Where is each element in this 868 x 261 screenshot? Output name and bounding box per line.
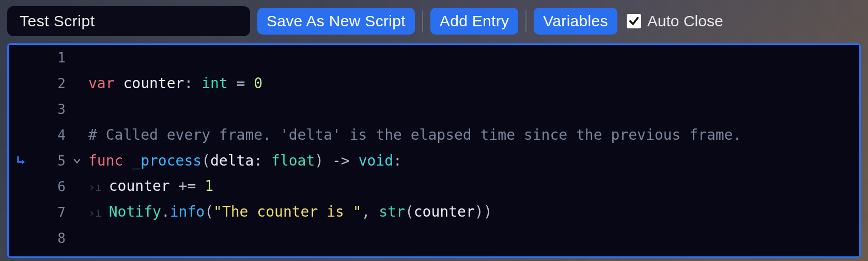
token-punct: ) xyxy=(484,203,492,220)
code-content[interactable]: var counter: int = 0 xyxy=(85,71,262,96)
token-punct: : xyxy=(393,152,402,169)
code-line[interactable]: 4# Called every frame. 'delta' is the el… xyxy=(9,122,859,148)
code-line[interactable]: 3 xyxy=(9,96,859,122)
token-ident: counter xyxy=(109,177,170,194)
token-plain xyxy=(115,75,123,92)
code-line[interactable]: 8 xyxy=(9,225,859,251)
code-content[interactable]: # Called every frame. 'delta' is the ela… xyxy=(85,122,741,148)
line-number: 4 xyxy=(35,122,69,148)
code-editor[interactable]: 12var counter: int = 034# Called every f… xyxy=(7,43,861,258)
token-ident: counter xyxy=(123,75,184,92)
token-keyword: func xyxy=(88,152,123,169)
indent-guide-icon: ›ı xyxy=(88,200,95,226)
code-content[interactable]: ›ıNotify.info("The counter is ", str(cou… xyxy=(85,199,492,226)
token-number: 0 xyxy=(254,75,262,92)
save-as-new-script-button[interactable]: Save As New Script xyxy=(257,8,415,35)
token-plain xyxy=(323,152,332,169)
token-builtin: void xyxy=(359,152,393,169)
token-punct: . xyxy=(161,203,170,220)
token-keyword: var xyxy=(88,75,115,92)
code-line[interactable]: 7›ıNotify.info("The counter is ", str(co… xyxy=(9,200,859,225)
token-punct: ( xyxy=(205,203,213,220)
token-number: 1 xyxy=(205,177,213,194)
token-punct: : xyxy=(254,152,262,169)
token-class: str xyxy=(379,203,405,220)
token-punct: : xyxy=(184,75,193,92)
code-content[interactable]: func _process(delta: float) -> void: xyxy=(85,148,402,174)
token-punct: ) xyxy=(315,152,323,169)
checkbox-box xyxy=(627,14,641,28)
token-type: int xyxy=(202,75,228,92)
line-number: 1 xyxy=(35,45,69,71)
variables-button[interactable]: Variables xyxy=(534,8,617,35)
enter-arrow-icon xyxy=(16,155,28,167)
line-number: 2 xyxy=(35,71,69,96)
line-number: 3 xyxy=(35,96,69,122)
token-punct: , xyxy=(362,203,370,220)
code-line[interactable]: 5func _process(delta: float) -> void: xyxy=(9,148,859,174)
token-plain xyxy=(170,177,179,194)
code-content[interactable]: ›ıcounter += 1 xyxy=(85,173,213,200)
token-punct: ) xyxy=(475,203,484,220)
script-name-field[interactable]: Test Script xyxy=(7,6,250,36)
fold-toggle[interactable] xyxy=(69,156,85,166)
token-method: info xyxy=(170,203,205,220)
toolbar: Test Script Save As New Script Add Entry… xyxy=(0,0,868,41)
token-plain xyxy=(370,203,379,220)
token-type: float xyxy=(271,152,315,169)
gutter-icon-slot xyxy=(9,155,35,167)
add-entry-button[interactable]: Add Entry xyxy=(430,8,518,35)
token-ident: counter xyxy=(414,203,475,220)
line-number: 8 xyxy=(35,225,69,251)
check-icon xyxy=(628,15,640,27)
token-plain xyxy=(196,177,205,194)
auto-close-label: Auto Close xyxy=(647,12,723,30)
toolbar-separator xyxy=(422,10,423,32)
line-number: 5 xyxy=(35,148,69,174)
auto-close-checkbox[interactable]: Auto Close xyxy=(627,12,723,30)
code-body[interactable]: 12var counter: int = 034# Called every f… xyxy=(9,45,859,251)
token-op: -> xyxy=(332,152,350,169)
token-plain xyxy=(123,152,132,169)
token-punct: ( xyxy=(202,152,210,169)
code-line[interactable]: 2var counter: int = 0 xyxy=(9,71,859,96)
token-comment: # Called every frame. 'delta' is the ela… xyxy=(88,126,741,143)
chevron-down-icon xyxy=(72,156,82,166)
token-string: "The counter is " xyxy=(213,203,362,220)
toolbar-separator xyxy=(525,10,526,32)
line-number: 6 xyxy=(35,174,69,200)
code-line[interactable]: 1 xyxy=(9,45,859,71)
token-ident: delta xyxy=(210,152,254,169)
code-line[interactable]: 6›ıcounter += 1 xyxy=(9,174,859,200)
token-plain xyxy=(193,75,202,92)
token-plain xyxy=(228,75,237,92)
token-plain xyxy=(350,152,359,169)
token-plain xyxy=(245,75,254,92)
indent-guide-icon: ›ı xyxy=(88,174,95,200)
token-plain xyxy=(262,152,271,169)
token-funcname: _process xyxy=(132,152,202,169)
token-op: += xyxy=(179,177,196,194)
token-punct: ( xyxy=(405,203,414,220)
line-number: 7 xyxy=(35,200,69,225)
token-class: Notify xyxy=(109,203,161,220)
token-op: = xyxy=(237,75,245,92)
